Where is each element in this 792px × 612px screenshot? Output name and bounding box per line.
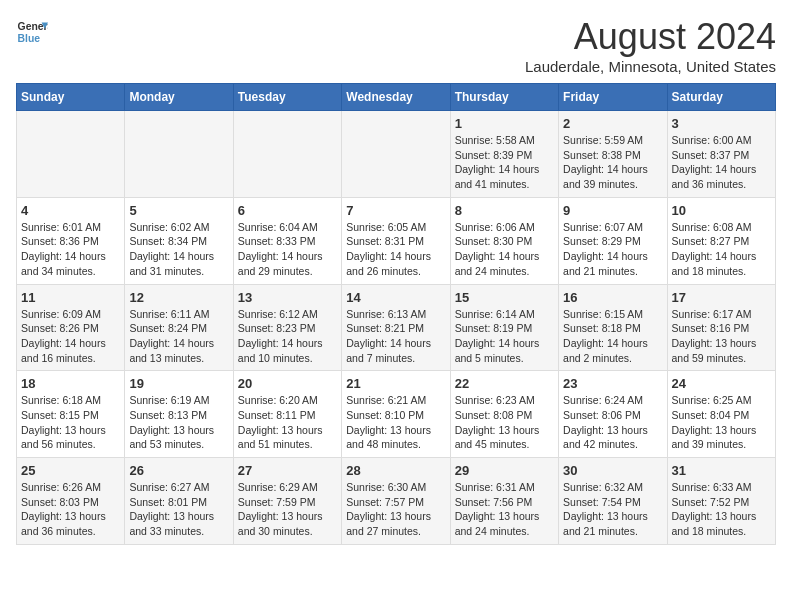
- day-number: 24: [672, 376, 771, 391]
- day-info: Sunrise: 6:00 AM Sunset: 8:37 PM Dayligh…: [672, 133, 771, 192]
- day-info: Sunrise: 6:06 AM Sunset: 8:30 PM Dayligh…: [455, 220, 554, 279]
- day-info: Sunrise: 6:02 AM Sunset: 8:34 PM Dayligh…: [129, 220, 228, 279]
- day-cell: 1Sunrise: 5:58 AM Sunset: 8:39 PM Daylig…: [450, 111, 558, 198]
- day-info: Sunrise: 6:04 AM Sunset: 8:33 PM Dayligh…: [238, 220, 337, 279]
- day-cell: 13Sunrise: 6:12 AM Sunset: 8:23 PM Dayli…: [233, 284, 341, 371]
- day-info: Sunrise: 6:09 AM Sunset: 8:26 PM Dayligh…: [21, 307, 120, 366]
- day-info: Sunrise: 6:01 AM Sunset: 8:36 PM Dayligh…: [21, 220, 120, 279]
- day-info: Sunrise: 5:58 AM Sunset: 8:39 PM Dayligh…: [455, 133, 554, 192]
- day-number: 6: [238, 203, 337, 218]
- day-info: Sunrise: 6:15 AM Sunset: 8:18 PM Dayligh…: [563, 307, 662, 366]
- day-cell: 19Sunrise: 6:19 AM Sunset: 8:13 PM Dayli…: [125, 371, 233, 458]
- column-header-tuesday: Tuesday: [233, 84, 341, 111]
- day-info: Sunrise: 6:32 AM Sunset: 7:54 PM Dayligh…: [563, 480, 662, 539]
- day-number: 28: [346, 463, 445, 478]
- day-number: 11: [21, 290, 120, 305]
- day-number: 2: [563, 116, 662, 131]
- title-block: August 2024 Lauderdale, Minnesota, Unite…: [525, 16, 776, 75]
- week-row-5: 25Sunrise: 6:26 AM Sunset: 8:03 PM Dayli…: [17, 458, 776, 545]
- day-number: 27: [238, 463, 337, 478]
- week-row-3: 11Sunrise: 6:09 AM Sunset: 8:26 PM Dayli…: [17, 284, 776, 371]
- day-cell: 26Sunrise: 6:27 AM Sunset: 8:01 PM Dayli…: [125, 458, 233, 545]
- day-cell: 24Sunrise: 6:25 AM Sunset: 8:04 PM Dayli…: [667, 371, 775, 458]
- day-number: 13: [238, 290, 337, 305]
- day-cell: 14Sunrise: 6:13 AM Sunset: 8:21 PM Dayli…: [342, 284, 450, 371]
- day-number: 19: [129, 376, 228, 391]
- day-cell: 9Sunrise: 6:07 AM Sunset: 8:29 PM Daylig…: [559, 197, 667, 284]
- day-number: 15: [455, 290, 554, 305]
- column-header-friday: Friday: [559, 84, 667, 111]
- day-cell: [342, 111, 450, 198]
- week-row-4: 18Sunrise: 6:18 AM Sunset: 8:15 PM Dayli…: [17, 371, 776, 458]
- day-number: 8: [455, 203, 554, 218]
- day-info: Sunrise: 6:23 AM Sunset: 8:08 PM Dayligh…: [455, 393, 554, 452]
- day-cell: [17, 111, 125, 198]
- day-cell: 7Sunrise: 6:05 AM Sunset: 8:31 PM Daylig…: [342, 197, 450, 284]
- day-cell: 21Sunrise: 6:21 AM Sunset: 8:10 PM Dayli…: [342, 371, 450, 458]
- day-info: Sunrise: 6:33 AM Sunset: 7:52 PM Dayligh…: [672, 480, 771, 539]
- day-number: 14: [346, 290, 445, 305]
- day-number: 31: [672, 463, 771, 478]
- day-info: Sunrise: 6:19 AM Sunset: 8:13 PM Dayligh…: [129, 393, 228, 452]
- day-info: Sunrise: 6:20 AM Sunset: 8:11 PM Dayligh…: [238, 393, 337, 452]
- week-row-2: 4Sunrise: 6:01 AM Sunset: 8:36 PM Daylig…: [17, 197, 776, 284]
- day-number: 20: [238, 376, 337, 391]
- day-number: 5: [129, 203, 228, 218]
- day-cell: 22Sunrise: 6:23 AM Sunset: 8:08 PM Dayli…: [450, 371, 558, 458]
- day-cell: 5Sunrise: 6:02 AM Sunset: 8:34 PM Daylig…: [125, 197, 233, 284]
- logo-icon: General Blue: [16, 16, 48, 48]
- day-number: 23: [563, 376, 662, 391]
- day-cell: 10Sunrise: 6:08 AM Sunset: 8:27 PM Dayli…: [667, 197, 775, 284]
- day-cell: 31Sunrise: 6:33 AM Sunset: 7:52 PM Dayli…: [667, 458, 775, 545]
- day-number: 16: [563, 290, 662, 305]
- day-info: Sunrise: 6:18 AM Sunset: 8:15 PM Dayligh…: [21, 393, 120, 452]
- day-number: 12: [129, 290, 228, 305]
- column-header-monday: Monday: [125, 84, 233, 111]
- logo: General Blue: [16, 16, 48, 48]
- day-info: Sunrise: 6:13 AM Sunset: 8:21 PM Dayligh…: [346, 307, 445, 366]
- day-number: 3: [672, 116, 771, 131]
- day-info: Sunrise: 6:31 AM Sunset: 7:56 PM Dayligh…: [455, 480, 554, 539]
- day-cell: [233, 111, 341, 198]
- day-number: 18: [21, 376, 120, 391]
- day-number: 7: [346, 203, 445, 218]
- day-cell: 4Sunrise: 6:01 AM Sunset: 8:36 PM Daylig…: [17, 197, 125, 284]
- week-row-1: 1Sunrise: 5:58 AM Sunset: 8:39 PM Daylig…: [17, 111, 776, 198]
- day-cell: [125, 111, 233, 198]
- calendar-body: 1Sunrise: 5:58 AM Sunset: 8:39 PM Daylig…: [17, 111, 776, 545]
- day-number: 9: [563, 203, 662, 218]
- header-row: SundayMondayTuesdayWednesdayThursdayFrid…: [17, 84, 776, 111]
- day-number: 1: [455, 116, 554, 131]
- location: Lauderdale, Minnesota, United States: [525, 58, 776, 75]
- day-info: Sunrise: 6:17 AM Sunset: 8:16 PM Dayligh…: [672, 307, 771, 366]
- calendar-table: SundayMondayTuesdayWednesdayThursdayFrid…: [16, 83, 776, 545]
- day-cell: 29Sunrise: 6:31 AM Sunset: 7:56 PM Dayli…: [450, 458, 558, 545]
- day-cell: 23Sunrise: 6:24 AM Sunset: 8:06 PM Dayli…: [559, 371, 667, 458]
- day-number: 22: [455, 376, 554, 391]
- day-info: Sunrise: 6:08 AM Sunset: 8:27 PM Dayligh…: [672, 220, 771, 279]
- day-info: Sunrise: 6:29 AM Sunset: 7:59 PM Dayligh…: [238, 480, 337, 539]
- day-info: Sunrise: 5:59 AM Sunset: 8:38 PM Dayligh…: [563, 133, 662, 192]
- day-cell: 27Sunrise: 6:29 AM Sunset: 7:59 PM Dayli…: [233, 458, 341, 545]
- day-cell: 6Sunrise: 6:04 AM Sunset: 8:33 PM Daylig…: [233, 197, 341, 284]
- day-cell: 25Sunrise: 6:26 AM Sunset: 8:03 PM Dayli…: [17, 458, 125, 545]
- day-number: 10: [672, 203, 771, 218]
- day-number: 29: [455, 463, 554, 478]
- day-info: Sunrise: 6:05 AM Sunset: 8:31 PM Dayligh…: [346, 220, 445, 279]
- day-info: Sunrise: 6:25 AM Sunset: 8:04 PM Dayligh…: [672, 393, 771, 452]
- column-header-wednesday: Wednesday: [342, 84, 450, 111]
- calendar-header: SundayMondayTuesdayWednesdayThursdayFrid…: [17, 84, 776, 111]
- day-number: 25: [21, 463, 120, 478]
- day-number: 30: [563, 463, 662, 478]
- day-info: Sunrise: 6:26 AM Sunset: 8:03 PM Dayligh…: [21, 480, 120, 539]
- month-year: August 2024: [525, 16, 776, 58]
- day-info: Sunrise: 6:11 AM Sunset: 8:24 PM Dayligh…: [129, 307, 228, 366]
- day-info: Sunrise: 6:12 AM Sunset: 8:23 PM Dayligh…: [238, 307, 337, 366]
- day-cell: 17Sunrise: 6:17 AM Sunset: 8:16 PM Dayli…: [667, 284, 775, 371]
- day-cell: 30Sunrise: 6:32 AM Sunset: 7:54 PM Dayli…: [559, 458, 667, 545]
- day-cell: 11Sunrise: 6:09 AM Sunset: 8:26 PM Dayli…: [17, 284, 125, 371]
- day-info: Sunrise: 6:07 AM Sunset: 8:29 PM Dayligh…: [563, 220, 662, 279]
- day-info: Sunrise: 6:21 AM Sunset: 8:10 PM Dayligh…: [346, 393, 445, 452]
- day-info: Sunrise: 6:14 AM Sunset: 8:19 PM Dayligh…: [455, 307, 554, 366]
- day-cell: 20Sunrise: 6:20 AM Sunset: 8:11 PM Dayli…: [233, 371, 341, 458]
